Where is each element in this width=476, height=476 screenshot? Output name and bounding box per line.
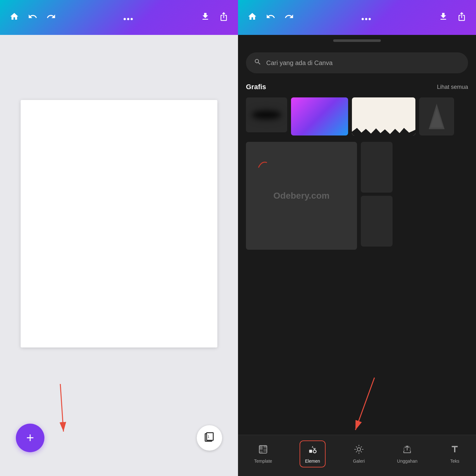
left-header-icons-left [10,12,56,23]
tab-template[interactable]: Template [249,441,277,467]
left-bottom-bar: + 1 [0,413,238,476]
left-header-icons-right [201,12,228,23]
red-mark-icon [255,158,268,173]
svg-point-9 [365,18,367,20]
graphic-dark-large-item[interactable]: Odebery.com [246,142,357,250]
right-header-icons-right [439,12,466,23]
left-header [0,0,238,35]
right-share-icon[interactable] [457,12,466,23]
phone-notch [238,35,476,46]
svg-rect-19 [259,451,263,453]
canvas-area [0,35,238,413]
notch-bar [333,39,381,42]
grafis-section-header: Grafis Lihat semua [246,83,468,91]
graphics-grid-row1 [246,97,468,136]
lihat-semua-link[interactable]: Lihat semua [437,84,468,90]
unggahan-tab-label: Unggahan [397,459,418,464]
galeri-tab-label: Galeri [353,459,365,464]
right-download-icon[interactable] [439,12,448,23]
undo-icon[interactable] [28,12,37,23]
unggahan-tab-icon [402,444,412,457]
graphic-side-item-1[interactable] [361,142,393,193]
right-content: Cari yang ada di Canva Grafis Lihat semu… [238,46,476,435]
tab-unggahan[interactable]: Unggahan [392,441,422,467]
svg-point-22 [357,448,360,451]
graphic-side-items [361,142,393,250]
tab-elemen[interactable]: Elemen [300,440,325,467]
graphic-shadow-item[interactable] [246,97,287,132]
svg-point-21 [313,450,316,453]
search-icon [254,58,261,68]
left-panel: + 1 [0,0,238,476]
home-icon[interactable] [10,12,19,23]
svg-rect-20 [309,450,312,453]
watermark-text: Odebery.com [274,191,330,201]
right-header-icons-left [248,12,294,23]
graphic-side-item-2[interactable] [361,196,393,247]
svg-text:1: 1 [208,435,209,439]
template-tab-icon [258,444,268,457]
add-element-button[interactable]: + [16,424,44,452]
svg-rect-16 [259,446,263,450]
galeri-tab-icon [354,444,364,457]
right-panel: Cari yang ada di Canva Grafis Lihat semu… [238,0,476,476]
svg-rect-18 [264,448,267,452]
pages-button[interactable]: 1 [197,425,222,451]
design-canvas[interactable] [21,100,217,347]
svg-rect-17 [264,446,267,448]
right-home-icon[interactable] [248,12,257,23]
right-header [238,0,476,35]
grafis-title: Grafis [246,83,266,91]
elemen-tab-label: Elemen [305,459,320,464]
pages-count-icon: 1 [204,431,215,445]
svg-point-2 [131,18,133,20]
search-placeholder: Cari yang ada di Canva [266,59,333,67]
svg-point-0 [124,18,126,20]
graphic-dark-figure-item[interactable] [419,97,454,136]
graphic-gradient-item[interactable] [291,97,348,136]
elemen-tab-icon [307,444,318,457]
right-redo-icon[interactable] [284,12,294,23]
right-more-options-icon[interactable] [361,12,371,23]
svg-point-1 [127,18,129,20]
plus-icon: + [26,431,34,445]
template-tab-label: Template [254,459,272,464]
search-bar[interactable]: Cari yang ada di Canva [246,52,468,73]
svg-point-10 [369,18,371,20]
more-options-icon[interactable] [123,12,133,23]
graphics-grid-row2: Odebery.com [246,142,468,250]
tab-galeri[interactable]: Galeri [348,441,369,467]
bottom-tab-bar: Template Elemen Galeri [238,435,476,476]
graphic-torn-paper-item[interactable] [352,97,415,136]
teks-tab-icon [450,444,460,457]
tab-teks[interactable]: Teks [445,441,465,467]
download-icon[interactable] [201,12,210,23]
share-icon[interactable] [219,12,228,23]
svg-point-8 [362,18,364,20]
redo-icon[interactable] [46,12,56,23]
teks-tab-label: Teks [450,459,459,464]
right-undo-icon[interactable] [266,12,275,23]
